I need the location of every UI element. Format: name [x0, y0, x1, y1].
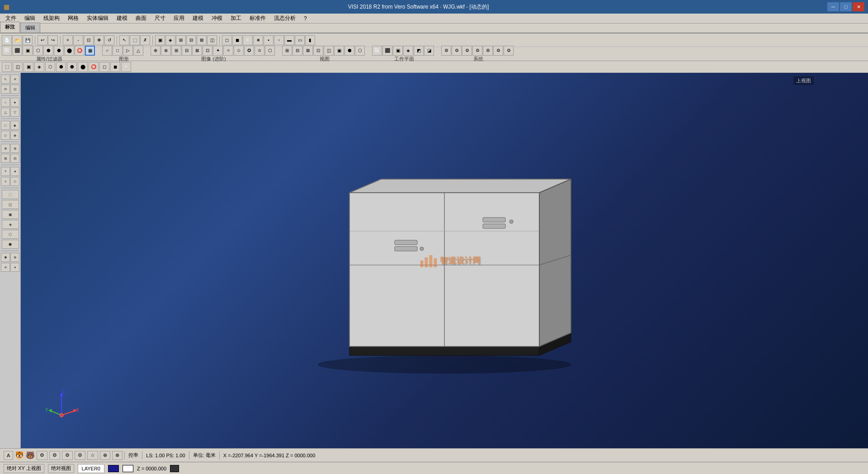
tb-wp6[interactable]: ◪: [424, 46, 434, 56]
bottom-btn-absolute-xy[interactable]: 绝对 XY 上视图: [4, 464, 44, 473]
tb-misc6[interactable]: ◫: [207, 35, 217, 45]
sb-13[interactable]: ⊕: [1, 144, 10, 153]
sb-14[interactable]: ⊗: [10, 144, 19, 153]
tb-sys7[interactable]: ⚙: [504, 46, 514, 56]
sb-6[interactable]: ●: [10, 98, 19, 107]
tb-redo[interactable]: ↪: [48, 35, 58, 45]
tb-3d1[interactable]: ◻: [222, 35, 232, 45]
tb-view1[interactable]: ⊞: [282, 46, 292, 56]
status-btn5[interactable]: ⚙: [75, 451, 85, 460]
tb-sys2[interactable]: ⚙: [452, 46, 462, 56]
tb-wp3[interactable]: ▣: [393, 46, 403, 56]
tb-r3-1[interactable]: ⬚: [2, 62, 12, 72]
sb-15[interactable]: ⊞: [1, 154, 10, 163]
tab-edit[interactable]: 编辑: [20, 23, 40, 33]
tb-r3-9[interactable]: ⭕: [89, 62, 99, 72]
tb-sys5[interactable]: ⚙: [483, 46, 493, 56]
tb-prop7[interactable]: ⬤: [64, 46, 74, 56]
menu-stamping[interactable]: 冲模: [208, 14, 226, 23]
menu-dimension[interactable]: 尺寸: [151, 14, 169, 23]
sb-2[interactable]: ✕: [10, 75, 19, 84]
tb-prop6[interactable]: ⬣: [54, 46, 64, 56]
tb-img7[interactable]: ✦: [213, 46, 223, 56]
sb-4[interactable]: ⊡: [10, 85, 19, 94]
viewport[interactable]: 智道设计网 Z X Y 上视图: [21, 73, 868, 448]
tb-view4[interactable]: ⊡: [313, 46, 323, 56]
menu-flow[interactable]: 流态分析: [270, 14, 299, 23]
tb-sys3[interactable]: ⚙: [462, 46, 472, 56]
sb-wide1[interactable]: ⬚: [2, 190, 19, 199]
menu-mesh[interactable]: 网格: [64, 14, 82, 23]
sb-wide4[interactable]: ◈: [2, 220, 19, 229]
tb-img2[interactable]: ⊗: [161, 46, 171, 56]
tb-sys4[interactable]: ⚙: [472, 46, 482, 56]
tb-img6[interactable]: ⊡: [203, 46, 212, 56]
tb-img1[interactable]: ⊕: [151, 46, 160, 56]
tb-deselect[interactable]: ✗: [140, 35, 150, 45]
tb-pan[interactable]: ✥: [94, 35, 104, 45]
sb-8[interactable]: ▽: [10, 108, 19, 117]
status-btn7[interactable]: ⊕: [100, 451, 110, 460]
sb-wide3[interactable]: ▣: [2, 210, 19, 219]
menu-wireframe[interactable]: 线架构: [40, 14, 63, 23]
tb-zoom-out[interactable]: -: [73, 35, 83, 45]
status-btn4[interactable]: ⚙: [62, 451, 73, 460]
sb-5[interactable]: ○: [1, 98, 10, 107]
sb-16[interactable]: ⊟: [10, 154, 19, 163]
tb-view7[interactable]: ⬢: [344, 46, 354, 56]
tb-zoom-fit[interactable]: ⊡: [84, 35, 94, 45]
tb-new[interactable]: 📄: [2, 35, 12, 45]
tb-view8[interactable]: ⬡: [355, 46, 365, 56]
tb-wp5[interactable]: ◩: [414, 46, 424, 56]
tb-r3-8[interactable]: ⬤: [78, 62, 88, 72]
tb-sys1[interactable]: ⚙: [441, 46, 451, 56]
sb-9[interactable]: □: [1, 121, 10, 130]
tb-3d8[interactable]: ▭: [295, 35, 305, 45]
tb-img9[interactable]: ✩: [234, 46, 244, 56]
menu-solid-edit[interactable]: 实体编辑: [83, 14, 112, 23]
tb-prop5[interactable]: ⬢: [43, 46, 53, 56]
sb-18[interactable]: ✦: [10, 167, 19, 176]
tb-prop9[interactable]: ▦: [85, 46, 95, 56]
tb-prop3[interactable]: ▣: [23, 46, 33, 56]
tb-misc2[interactable]: ◈: [165, 35, 175, 45]
tb-3d5[interactable]: ▪: [264, 35, 274, 45]
tb-open[interactable]: 📂: [12, 35, 22, 45]
tb-prop1[interactable]: ⬜: [2, 46, 12, 56]
sb-17[interactable]: ⌖: [1, 167, 10, 176]
tb-prop2[interactable]: ⬛: [12, 46, 22, 56]
menu-surface[interactable]: 曲面: [132, 14, 150, 23]
tb-img5[interactable]: ⊠: [192, 46, 202, 56]
tb-r3-7[interactable]: ⬣: [67, 62, 77, 72]
tb-r3-6[interactable]: ⬢: [56, 62, 66, 72]
tb-box-select[interactable]: ⬚: [130, 35, 140, 45]
sb-3[interactable]: ⟳: [1, 85, 10, 94]
tb-r3-3[interactable]: ▣: [24, 62, 33, 72]
sb-1[interactable]: ↖: [1, 75, 10, 84]
maximize-button[interactable]: □: [840, 2, 852, 11]
menu-machining[interactable]: 加工: [227, 14, 245, 23]
tb-3d2[interactable]: ◼: [232, 35, 242, 45]
bottom-btn-absolute-view[interactable]: 绝对视图: [48, 464, 74, 473]
tb-r3-12[interactable]: ◽: [121, 62, 131, 72]
menu-help[interactable]: ?: [300, 14, 311, 23]
tb-misc5[interactable]: ⊠: [197, 35, 207, 45]
sb-wide5[interactable]: ⬡: [2, 230, 19, 239]
tb-3d9[interactable]: ▮: [305, 35, 315, 45]
tb-undo[interactable]: ↩: [38, 35, 47, 45]
menu-build[interactable]: 建模: [113, 14, 131, 23]
tb-r3-10[interactable]: ◻: [99, 62, 109, 72]
tb-wp4[interactable]: ◈: [403, 46, 413, 56]
tb-misc4[interactable]: ⊟: [186, 35, 196, 45]
tb-rotate[interactable]: ↺: [104, 35, 114, 45]
tb-misc1[interactable]: ▣: [155, 35, 165, 45]
sb-wide6[interactable]: ⬢: [2, 240, 19, 249]
tb-shape3[interactable]: ▷: [123, 46, 133, 56]
tb-img4[interactable]: ⊟: [182, 46, 192, 56]
menu-standard[interactable]: 标准件: [246, 14, 269, 23]
tb-r3-4[interactable]: ◈: [34, 62, 44, 72]
tb-shape1[interactable]: ○: [102, 46, 112, 56]
tb-wp2[interactable]: ⬛: [382, 46, 392, 56]
sb-7[interactable]: △: [1, 108, 10, 117]
sb-22[interactable]: ✲: [10, 253, 19, 262]
